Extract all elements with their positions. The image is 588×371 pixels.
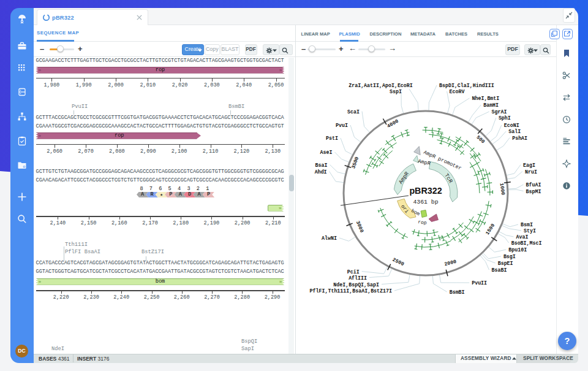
svg-text:pBR322: pBR322 [409,186,442,196]
svg-text:PshAI: PshAI [512,136,527,141]
svg-text:NheI,BmtI: NheI,BmtI [472,96,500,101]
svg-text:PstI: PstI [326,136,338,141]
svg-text:BspDI,ClaI,HindIII: BspDI,ClaI,HindIII [439,83,494,88]
svg-text:EagI: EagI [523,163,535,168]
svg-text:EcoNI: EcoNI [504,123,519,128]
svg-text:rop: rop [418,219,428,226]
svg-text:ZraI,AatII,ApoI,EcoRI: ZraI,AatII,ApoI,EcoRI [349,83,413,88]
svg-text:AhdI: AhdI [315,169,327,175]
svg-text:BspEI: BspEI [498,261,513,266]
svg-text:PvuI: PvuI [336,123,348,128]
svg-text:BspMI: BspMI [526,189,541,194]
svg-text:BsaI: BsaI [315,163,328,168]
svg-text:SspI: SspI [390,89,402,94]
svg-text:1500: 1500 [484,223,496,236]
svg-text:EcoRV: EcoRV [450,89,465,94]
svg-text:ScaI: ScaI [347,109,360,115]
svg-text:AmpR: AmpR [417,158,431,167]
svg-text:SgrAI: SgrAI [492,109,507,115]
svg-text:BamHI: BamHI [483,102,499,108]
svg-text:AlwNI: AlwNI [322,235,337,241]
svg-text:2500: 2500 [391,256,405,267]
svg-text:AvaI: AvaI [516,234,529,240]
svg-text:PflFI,Tth111I,BsaAI,BstZ17I: PflFI,Tth111I,BsaAI,BstZ17I [310,288,392,294]
svg-text:SalI: SalI [508,129,521,134]
svg-text:1000: 1000 [499,183,507,196]
svg-text:StyI: StyI [524,228,536,234]
svg-text:AseI: AseI [320,150,333,155]
svg-text:2000: 2000 [443,259,457,267]
svg-text:BsmBI: BsmBI [450,289,465,295]
svg-text:BfuAI: BfuAI [526,182,541,188]
svg-text:PciI: PciI [347,269,360,275]
svg-text:NruI: NruI [525,169,537,175]
svg-text:BsgI: BsgI [503,254,516,259]
svg-text:NdeI,BspQI,SapI: NdeI,BspQI,SapI [333,282,379,288]
svg-text:PvuII: PvuII [472,280,487,286]
svg-text:4361 bp: 4361 bp [413,199,438,205]
svg-text:Bpu10I: Bpu10I [508,247,527,253]
svg-text:SphI: SphI [499,115,511,121]
svg-text:3000: 3000 [355,220,365,234]
svg-text:AflIII: AflIII [349,275,367,281]
svg-text:BsoBI,MscI: BsoBI,MscI [511,240,542,246]
svg-text:BsmI: BsmI [521,222,533,228]
svg-text:BsaBI: BsaBI [492,267,507,273]
